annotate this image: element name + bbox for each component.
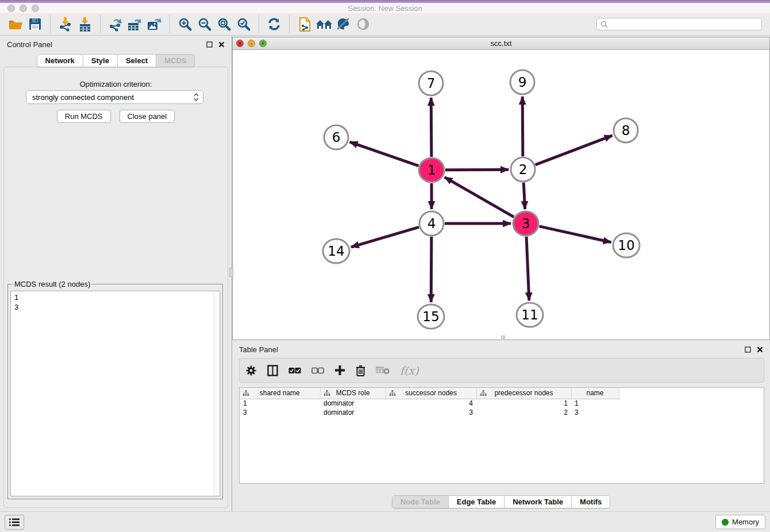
network-canvas[interactable]: 1234678910111415 <box>233 50 769 340</box>
network-window-title: scc.txt <box>233 39 769 48</box>
visual-style-button[interactable] <box>334 15 353 33</box>
cell-successor-nodes[interactable]: 3 <box>386 408 476 417</box>
col-shared-name[interactable]: shared name <box>240 388 320 399</box>
result-scrollbar[interactable] <box>214 292 219 495</box>
mcds-result-title: MCDS result (2 nodes) <box>13 280 92 288</box>
canvas-resize-grip[interactable] <box>501 336 505 339</box>
memory-button[interactable]: Memory <box>715 515 765 529</box>
cell-name[interactable]: 3 <box>571 408 619 417</box>
list-icon <box>9 518 20 527</box>
graph-edge-1-6[interactable] <box>350 142 419 165</box>
tab-network[interactable]: Network <box>37 55 83 67</box>
col-name[interactable]: name <box>571 388 619 399</box>
tab-style[interactable]: Style <box>83 55 118 67</box>
float-panel-icon[interactable] <box>745 346 751 353</box>
graph-edge-2-8[interactable] <box>536 136 613 165</box>
export-image-icon <box>147 17 163 32</box>
mcds-result-box: MCDS result (2 nodes) 1 3 <box>7 280 223 499</box>
cell-name[interactable]: 1 <box>571 399 619 408</box>
cell-successor-nodes[interactable]: 4 <box>386 399 476 408</box>
tab-network-table[interactable]: Network Table <box>505 496 572 508</box>
table-row[interactable]: 1 dominator 4 1 1 <box>240 399 764 408</box>
column-selector-button[interactable] <box>267 365 278 376</box>
refresh-icon <box>267 17 281 31</box>
task-history-button[interactable] <box>5 515 24 530</box>
run-mcds-button[interactable]: Run MCDS <box>57 110 111 123</box>
cell-shared-name[interactable]: 3 <box>240 408 320 417</box>
select-all-button[interactable] <box>288 367 301 374</box>
toolbar-separator <box>170 16 170 33</box>
float-panel-icon[interactable] <box>206 41 213 48</box>
zoom-fit-icon <box>217 17 232 32</box>
memory-status-icon <box>722 519 729 526</box>
gear-icon <box>245 365 257 376</box>
graph-edge-1-7[interactable] <box>431 98 432 157</box>
zoom-fit-button[interactable] <box>214 15 234 33</box>
hierarchy-icon <box>242 390 249 396</box>
criterion-select[interactable]: strongly connected component <box>26 90 203 104</box>
close-panel-icon[interactable] <box>757 346 763 353</box>
close-panel-button[interactable]: Close panel <box>120 110 175 123</box>
global-search-field[interactable] <box>596 18 762 30</box>
tab-select[interactable]: Select <box>118 55 156 67</box>
table-settings-button[interactable] <box>245 365 257 376</box>
refresh-button[interactable] <box>264 15 284 33</box>
tab-mcds[interactable]: MCDS <box>156 55 194 67</box>
deselect-all-button[interactable] <box>311 367 324 374</box>
graph-edge-2-9[interactable] <box>522 97 523 156</box>
vertical-splitter-handle[interactable] <box>229 268 233 277</box>
graph-edge-3-1[interactable] <box>445 177 514 217</box>
result-item[interactable]: 3 <box>14 302 216 312</box>
graph-edge-4-14[interactable] <box>351 227 419 247</box>
export-network-icon <box>108 17 124 32</box>
cell-mcds-role[interactable]: dominator <box>320 408 386 417</box>
tab-motifs[interactable]: Motifs <box>572 496 610 508</box>
tab-node-table[interactable]: Node Table <box>392 496 449 508</box>
node-table[interactable]: shared name MCDS role <box>239 387 764 484</box>
close-panel-icon[interactable] <box>218 41 225 48</box>
duplicate-network-button[interactable] <box>295 15 314 33</box>
mcds-result-list[interactable]: 1 3 <box>10 291 220 496</box>
toolbar-separator <box>50 16 51 33</box>
save-session-button[interactable] <box>25 15 45 33</box>
cell-predecessor-nodes[interactable]: 2 <box>476 408 571 417</box>
tab-edge-table[interactable]: Edge Table <box>449 496 505 508</box>
graph-node-label-11: 11 <box>521 307 538 322</box>
network-window-titlebar[interactable]: x - + scc.txt <box>233 37 769 50</box>
col-successor-nodes[interactable]: successor nodes <box>386 388 476 399</box>
ndex-houses-button[interactable] <box>314 15 334 33</box>
show-hide-button[interactable] <box>353 15 373 33</box>
graph-node-label-10: 10 <box>618 238 634 253</box>
table-row[interactable]: 3 dominator 3 2 3 <box>240 408 764 417</box>
graph-edge-2-3[interactable] <box>523 183 525 209</box>
graph-edge-1-2[interactable] <box>445 169 509 170</box>
plus-icon <box>334 365 345 376</box>
export-image-button[interactable] <box>145 15 164 33</box>
cell-shared-name[interactable]: 1 <box>240 399 320 408</box>
zoom-selected-button[interactable] <box>234 15 253 33</box>
col-mcds-role[interactable]: MCDS role <box>320 388 386 399</box>
col-predecessor-nodes[interactable]: predecessor nodes <box>476 388 571 399</box>
graph-node-label-7: 7 <box>427 76 436 91</box>
hierarchy-icon <box>389 390 396 396</box>
zoom-out-button[interactable] <box>195 15 214 33</box>
graph-edge-3-11[interactable] <box>526 237 529 300</box>
graph-edge-4-15[interactable] <box>431 237 432 302</box>
import-table-icon <box>78 17 92 32</box>
export-network-button[interactable] <box>106 15 125 33</box>
search-input[interactable] <box>611 20 758 28</box>
delete-row-button[interactable] <box>356 365 365 376</box>
open-session-button[interactable] <box>6 15 25 33</box>
graph-node-label-15: 15 <box>422 309 439 324</box>
cell-mcds-role[interactable]: dominator <box>320 399 386 408</box>
graph-edge-3-10[interactable] <box>539 226 611 242</box>
zoom-in-button[interactable] <box>175 15 195 33</box>
result-item[interactable]: 1 <box>14 292 216 302</box>
add-row-button[interactable] <box>334 365 345 376</box>
import-network-button[interactable] <box>56 15 75 33</box>
delete-table-icon <box>376 366 390 375</box>
import-table-button[interactable] <box>75 15 95 33</box>
zoom-selected-icon <box>237 17 251 32</box>
export-table-button[interactable] <box>125 15 145 33</box>
cell-predecessor-nodes[interactable]: 1 <box>476 399 571 408</box>
